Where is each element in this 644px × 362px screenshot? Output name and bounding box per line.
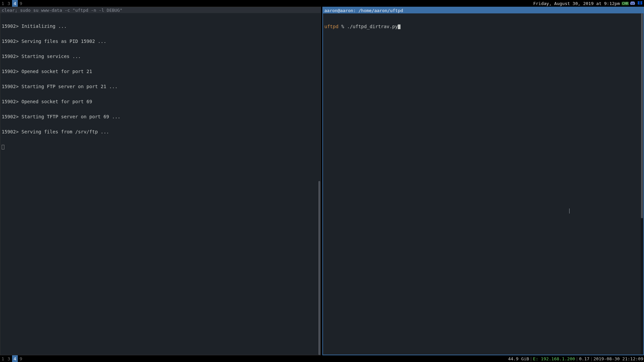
status-sep: | <box>575 356 579 361</box>
terminal-left-output[interactable]: 15902> Initializing ... 15902> Serving f… <box>0 13 321 160</box>
scrollbar-thumb[interactable] <box>318 181 320 355</box>
prompt-cwd: uftpd <box>324 24 338 29</box>
status-eth: E: 192.168.1.200 <box>533 356 575 361</box>
bottom-bar: 1 3 4 9 44.9 GiB | E: 192.168.1.200 | 0.… <box>0 355 644 362</box>
status-memory: 44.9 GiB <box>508 356 529 361</box>
status-sep: | <box>529 356 533 361</box>
status-load: 0.17 <box>579 356 589 361</box>
log-line: 15902> Starting services ... <box>2 54 319 59</box>
terminal-right[interactable]: aaron@aaron: /home/aaron/uftpd uftpd % .… <box>322 7 644 355</box>
log-line: 15902> Initializing ... <box>2 24 319 29</box>
text-caret <box>569 208 570 214</box>
workspace-4[interactable]: 4 <box>12 355 18 362</box>
workspace-9[interactable]: 9 <box>18 0 24 7</box>
workspace-4[interactable]: 4 <box>12 0 18 7</box>
terminal-right-output[interactable]: uftpd % ./uftpd_dirtrav.py <box>323 13 643 40</box>
workspace-1[interactable]: 1 <box>0 0 6 7</box>
log-line: 15902> Opened socket for port 69 <box>2 99 319 104</box>
workspace-switcher-bottom: 1 3 4 9 <box>0 355 24 362</box>
status-sep: | <box>589 356 593 361</box>
clock: Friday, August 30, 2019 at 9:12pm <box>531 0 622 7</box>
prompt-command: ./uftpd_dirtrav.py <box>347 24 398 29</box>
prompt-line: uftpd % ./uftpd_dirtrav.py <box>324 24 642 29</box>
log-line: 15902> Starting FTP server on port 21 ..… <box>2 84 319 89</box>
discord-icon[interactable] <box>629 1 636 6</box>
scrollbar-right[interactable] <box>641 13 643 355</box>
workspace-9[interactable]: 9 <box>18 355 24 362</box>
log-line: 15902> Serving files as PID 15902 ... <box>2 39 319 44</box>
keyboard-layout-icon[interactable]: CHR <box>622 1 629 6</box>
workspace-1[interactable]: 1 <box>0 355 6 362</box>
status-area: 44.9 GiB | E: 192.168.1.200 | 0.17 | 201… <box>508 355 644 362</box>
top-bar: 1 3 4 9 Friday, August 30, 2019 at 9:12p… <box>0 0 644 7</box>
cursor-icon <box>2 145 4 149</box>
workspace-3[interactable]: 3 <box>6 355 12 362</box>
scrollbar-left[interactable] <box>318 181 321 355</box>
workspace-switcher-top: 1 3 4 9 <box>0 0 24 7</box>
prompt-separator: % <box>338 24 347 29</box>
log-line: 15902> Starting TFTP server on port 69 .… <box>2 114 319 119</box>
terminal-left-title: clear; sudo su www-data -c "uftpd -n -l … <box>0 7 321 13</box>
terminal-right-title: aaron@aaron: /home/aaron/uftpd <box>323 7 643 13</box>
cursor-icon <box>398 24 400 29</box>
workspace-3[interactable]: 3 <box>6 0 12 7</box>
log-line: 15902> Opened socket for port 21 <box>2 69 319 74</box>
workspace-area: clear; sudo su www-data -c "uftpd -n -l … <box>0 7 644 355</box>
scrollbar-thumb[interactable] <box>641 13 643 218</box>
dropbox-icon[interactable] <box>637 1 643 6</box>
log-line: 15902> Serving files from /srv/ftp ... <box>2 129 319 134</box>
terminal-left[interactable]: clear; sudo su www-data -c "uftpd -n -l … <box>0 7 321 355</box>
system-tray: CHR <box>622 0 644 7</box>
status-datetime: 2019-08-30 21:12:09 <box>593 356 643 361</box>
